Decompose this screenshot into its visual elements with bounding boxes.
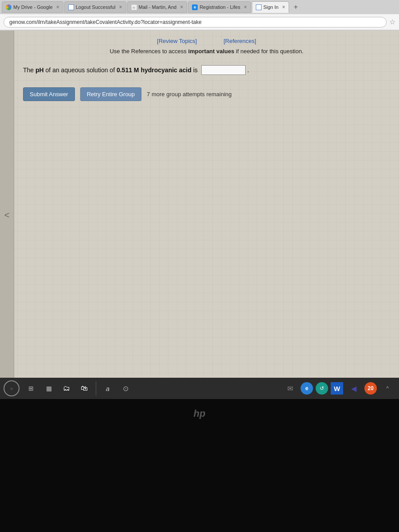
links-row: [Review Topics] [References]: [23, 38, 390, 44]
teal-taskbar-button[interactable]: ↺: [316, 382, 328, 395]
bookmark-icon[interactable]: ☆: [389, 18, 395, 26]
edge-tab-icon: e: [192, 4, 198, 10]
tab-logout[interactable]: Logout Successful ×: [64, 1, 126, 13]
cortana-icon: ⊙: [123, 384, 129, 393]
store-button[interactable]: 🛍: [76, 380, 92, 396]
map-taskbar-button[interactable]: ◀: [346, 380, 362, 396]
question-area: [Review Topics] [References] Use the Ref…: [14, 31, 399, 108]
chevron-up-icon: ^: [386, 385, 389, 391]
tab-signin[interactable]: Sign In ×: [252, 1, 289, 13]
map-taskbar-icon: ◀: [351, 384, 356, 393]
collapse-arrow-icon[interactable]: <: [4, 210, 10, 220]
submit-answer-button[interactable]: Submit Answer: [23, 87, 75, 101]
word-taskbar-button[interactable]: W: [331, 382, 343, 395]
teal-taskbar-icon: ↺: [320, 385, 324, 391]
notification-button[interactable]: 20: [364, 382, 377, 395]
tab-registration[interactable]: e Registration - Lifes ×: [188, 1, 251, 13]
file-explorer-button[interactable]: 🗂: [59, 380, 74, 396]
question-prefix: The pH of an aqueous solution of 0.511 M…: [23, 66, 198, 74]
tab-mail-close[interactable]: ×: [180, 4, 183, 10]
tab-my-drive-label: My Drive - Google: [13, 4, 53, 10]
reference-instruction: Use the References to access important v…: [23, 48, 390, 55]
tab-signin-label: Sign In: [263, 4, 278, 10]
tab-logout-close[interactable]: ×: [119, 4, 122, 10]
review-topics-link[interactable]: [Review Topics]: [157, 38, 197, 44]
new-tab-button[interactable]: +: [290, 1, 301, 13]
question-suffix: .: [247, 66, 249, 74]
signin-tab-icon: [256, 4, 262, 10]
edge-taskbar-icon: e: [305, 385, 309, 391]
browser-content: < [Review Topics] [References] Use the R…: [0, 31, 399, 399]
mail-taskbar-icon: ✉: [287, 384, 293, 393]
laptop-bezel: hp: [0, 399, 399, 532]
edge-taskbar-button[interactable]: e: [301, 382, 313, 395]
left-sidebar-panel: <: [0, 31, 14, 399]
search-taskbar-button[interactable]: ⊞: [23, 380, 39, 396]
tab-logout-label: Logout Successful: [76, 4, 116, 10]
tab-registration-label: Registration - Lifes: [200, 4, 240, 10]
browser-chrome: My Drive - Google × Logout Successful × …: [0, 0, 399, 31]
taskbar-separator-1: [96, 381, 96, 395]
retry-entire-group-button[interactable]: Retry Entire Group: [80, 87, 141, 101]
text-a-icon: a: [106, 385, 110, 392]
notification-count: 20: [368, 385, 373, 391]
tab-mail-label: Mail - Martin, And: [139, 4, 177, 10]
mail-taskbar-button[interactable]: ✉: [282, 380, 298, 396]
task-view-button[interactable]: ▦: [41, 380, 57, 396]
taskbar: ○ ⊞ ▦ 🗂 🛍 a ⊙ ✉ e ↺: [0, 378, 399, 399]
google-tab-icon: [6, 4, 12, 10]
address-bar: genow.com/ilrn/takeAssignment/takeCovale…: [0, 14, 399, 30]
ph-answer-input[interactable]: [201, 65, 246, 75]
references-link[interactable]: [References]: [223, 38, 256, 44]
tab-my-drive-close[interactable]: ×: [56, 4, 59, 10]
attempts-remaining-text: 7 more group attempts remaining: [147, 91, 231, 98]
doc-tab-icon: [68, 4, 74, 10]
cortana-button[interactable]: ⊙: [117, 380, 133, 396]
question-text: The pH of an aqueous solution of 0.511 M…: [23, 65, 390, 75]
task-view-icon: ▦: [46, 385, 52, 392]
word-taskbar-icon: W: [334, 385, 340, 392]
start-icon: ○: [10, 386, 13, 391]
folder-icon: 🗂: [63, 384, 70, 392]
hp-logo: hp: [194, 408, 206, 419]
buttons-row: Submit Answer Retry Entire Group 7 more …: [23, 87, 390, 101]
url-input[interactable]: genow.com/ilrn/takeAssignment/takeCovale…: [4, 17, 387, 27]
tab-bar: My Drive - Google × Logout Successful × …: [0, 0, 399, 14]
search-taskbar-icon: ⊞: [28, 385, 34, 392]
taskbar-right: ✉ e ↺ W ◀ 20 ^: [282, 380, 395, 396]
text-a-button[interactable]: a: [100, 380, 116, 396]
start-button[interactable]: ○: [4, 380, 20, 396]
store-icon: 🛍: [81, 384, 88, 392]
url-text: genow.com/ilrn/takeAssignment/takeCovale…: [9, 19, 202, 25]
system-tray-expand-button[interactable]: ^: [379, 380, 395, 396]
tab-registration-close[interactable]: ×: [244, 4, 247, 10]
mail-tab-icon: ✉: [131, 4, 137, 10]
tab-signin-close[interactable]: ×: [282, 4, 285, 10]
tab-mail[interactable]: ✉ Mail - Martin, And ×: [127, 1, 188, 13]
tab-my-drive[interactable]: My Drive - Google ×: [2, 1, 63, 13]
